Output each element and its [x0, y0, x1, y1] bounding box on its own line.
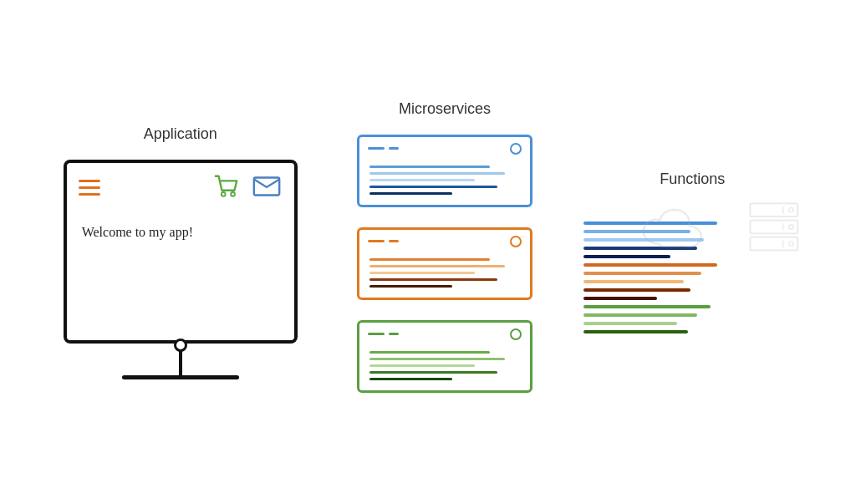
- code-line: [369, 285, 452, 288]
- svg-rect-9: [751, 237, 798, 251]
- code-line: [369, 186, 497, 188]
- monitor-top-bar: [79, 173, 283, 203]
- browser-header-blue: [359, 137, 530, 159]
- cloud-server-background: [634, 196, 809, 262]
- code-line: [369, 172, 505, 175]
- svg-rect-6: [751, 221, 798, 234]
- fn-line-orange-2: [583, 272, 701, 275]
- browser-circle-orange: [510, 236, 522, 247]
- code-line: [369, 371, 497, 374]
- fn-line-green-3: [583, 322, 677, 325]
- code-line: [369, 165, 490, 168]
- browser-dashes-orange: [368, 240, 399, 242]
- microservices-title: Microservices: [399, 100, 491, 118]
- code-line: [369, 179, 475, 181]
- monitor-circle: [174, 339, 187, 352]
- fn-line-darkorange-2: [583, 297, 657, 300]
- code-line: [369, 358, 505, 360]
- browser-body-orange: [359, 252, 530, 298]
- monitor: Welcome to my app!: [64, 160, 298, 344]
- svg-point-0: [222, 192, 226, 196]
- code-line: [369, 378, 452, 380]
- code-line: [369, 278, 497, 281]
- cloud-icon: [634, 200, 726, 258]
- mail-icon: [251, 173, 283, 203]
- svg-point-1: [231, 192, 235, 196]
- application-section: Application: [55, 125, 306, 379]
- browser-header-green: [359, 323, 530, 344]
- functions-section: Functions: [583, 171, 801, 333]
- microservice-window-orange: [357, 227, 532, 300]
- svg-point-10: [789, 242, 793, 246]
- browser-body-green: [359, 344, 530, 390]
- fn-line-orange-3: [583, 280, 684, 283]
- fn-line-green-1: [583, 305, 711, 308]
- cart-icon: [211, 173, 242, 203]
- browser-dashes-blue: [368, 147, 399, 150]
- code-line: [369, 192, 452, 195]
- code-line: [369, 272, 475, 274]
- browser-body-blue: [359, 159, 530, 205]
- hamburger-icon: [79, 180, 100, 196]
- server-icon: [742, 200, 809, 258]
- browser-circle-green: [510, 328, 522, 340]
- microservice-window-green: [357, 320, 532, 393]
- monitor-base: [122, 375, 239, 379]
- browser-header-orange: [359, 230, 530, 252]
- code-line: [369, 351, 490, 354]
- monitor-content: Welcome to my app!: [79, 173, 283, 330]
- code-line: [369, 265, 505, 267]
- svg-point-7: [789, 225, 793, 229]
- fn-line-darkgreen-1: [583, 330, 688, 333]
- monitor-welcome-text: Welcome to my app!: [79, 221, 283, 243]
- browser-dashes-green: [368, 333, 399, 335]
- fn-line-darkorange-1: [583, 288, 690, 292]
- svg-point-4: [789, 208, 793, 212]
- functions-title: Functions: [660, 171, 725, 188]
- svg-rect-3: [751, 203, 798, 216]
- microservice-window-blue: [357, 135, 532, 207]
- code-line: [369, 258, 490, 261]
- application-title: Application: [144, 125, 217, 143]
- browser-circle-blue: [510, 143, 522, 155]
- fn-line-orange-1: [583, 263, 717, 267]
- microservices-section: Microservices: [349, 100, 541, 405]
- fn-line-green-2: [583, 313, 697, 317]
- code-line: [369, 364, 475, 367]
